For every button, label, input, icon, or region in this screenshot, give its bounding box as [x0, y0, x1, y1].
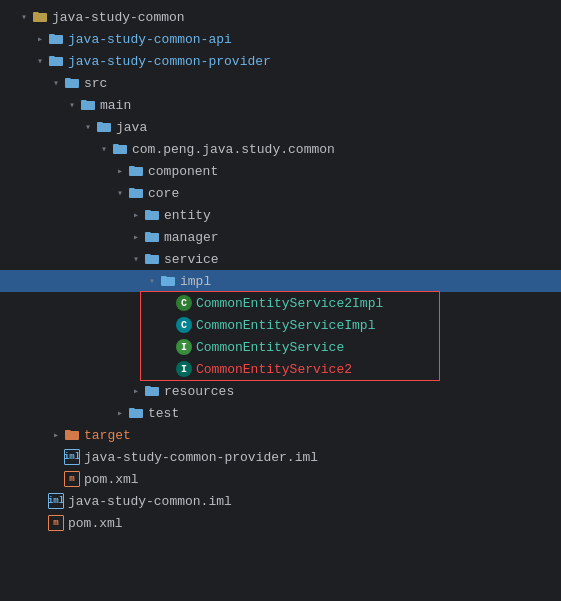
tree-item-2[interactable]: java-study-common-api [0, 28, 561, 50]
tree-item-9[interactable]: core [0, 182, 561, 204]
tree-item-21[interactable]: imljava-study-common-provider.iml [0, 446, 561, 468]
item-label: core [148, 186, 179, 201]
expand-arrow[interactable] [16, 9, 32, 25]
tree-item-23[interactable]: imljava-study-common.iml [0, 490, 561, 512]
item-label: java [116, 120, 147, 135]
tree-item-4[interactable]: src [0, 72, 561, 94]
tree-item-24[interactable]: mpom.xml [0, 512, 561, 534]
item-label: src [84, 76, 107, 91]
tree-item-8[interactable]: component [0, 160, 561, 182]
tree-item-20[interactable]: target [0, 424, 561, 446]
item-label: main [100, 98, 131, 113]
expand-arrow[interactable] [64, 97, 80, 113]
tree-item-13[interactable]: impl [0, 270, 561, 292]
expand-arrow[interactable] [112, 185, 128, 201]
no-arrow [32, 493, 48, 509]
expand-arrow[interactable] [128, 383, 144, 399]
tree-item-14[interactable]: CCommonEntityService2Impl [0, 292, 561, 314]
no-arrow [32, 515, 48, 531]
tree-item-6[interactable]: java [0, 116, 561, 138]
item-label: test [148, 406, 179, 421]
item-label: java-study-common-provider [68, 54, 271, 69]
expand-arrow[interactable] [128, 251, 144, 267]
expand-arrow[interactable] [48, 75, 64, 91]
item-label: java-study-common [52, 10, 185, 25]
item-label: impl [180, 274, 211, 289]
item-label: component [148, 164, 218, 179]
expand-arrow[interactable] [128, 207, 144, 223]
tree-item-1[interactable]: java-study-common [0, 6, 561, 28]
tree-item-19[interactable]: test [0, 402, 561, 424]
project-tree: java-study-common java-study-common-api … [0, 0, 561, 601]
no-arrow [160, 361, 176, 377]
item-label: service [164, 252, 219, 267]
expand-arrow[interactable] [112, 405, 128, 421]
tree-item-7[interactable]: com.peng.java.study.common [0, 138, 561, 160]
tree-item-12[interactable]: service [0, 248, 561, 270]
no-arrow [160, 339, 176, 355]
expand-arrow[interactable] [96, 141, 112, 157]
tree-item-5[interactable]: main [0, 94, 561, 116]
item-label: java-study-common.iml [68, 494, 232, 509]
item-label: CommonEntityService2Impl [196, 296, 383, 311]
item-label: CommonEntityServiceImpl [196, 318, 375, 333]
item-label: manager [164, 230, 219, 245]
expand-arrow[interactable] [144, 273, 160, 289]
tree-item-3[interactable]: java-study-common-provider [0, 50, 561, 72]
tree-item-18[interactable]: resources [0, 380, 561, 402]
tree-item-22[interactable]: mpom.xml [0, 468, 561, 490]
item-label: CommonEntityService [196, 340, 344, 355]
item-label: target [84, 428, 131, 443]
tree-item-10[interactable]: entity [0, 204, 561, 226]
item-label: pom.xml [84, 472, 139, 487]
tree-item-17[interactable]: ICommonEntityService2 [0, 358, 561, 380]
item-label: CommonEntityService2 [196, 362, 352, 377]
expand-arrow[interactable] [112, 163, 128, 179]
expand-arrow[interactable] [128, 229, 144, 245]
tree-item-15[interactable]: CCommonEntityServiceImpl [0, 314, 561, 336]
no-arrow [160, 295, 176, 311]
item-label: java-study-common-provider.iml [84, 450, 318, 465]
expand-arrow[interactable] [48, 427, 64, 443]
no-arrow [160, 317, 176, 333]
tree-item-16[interactable]: ICommonEntityService [0, 336, 561, 358]
tree-item-11[interactable]: manager [0, 226, 561, 248]
item-label: entity [164, 208, 211, 223]
item-label: pom.xml [68, 516, 123, 531]
expand-arrow[interactable] [32, 31, 48, 47]
expand-arrow[interactable] [32, 53, 48, 69]
expand-arrow[interactable] [80, 119, 96, 135]
no-arrow [48, 471, 64, 487]
no-arrow [48, 449, 64, 465]
item-label: resources [164, 384, 234, 399]
item-label: com.peng.java.study.common [132, 142, 335, 157]
item-label: java-study-common-api [68, 32, 232, 47]
